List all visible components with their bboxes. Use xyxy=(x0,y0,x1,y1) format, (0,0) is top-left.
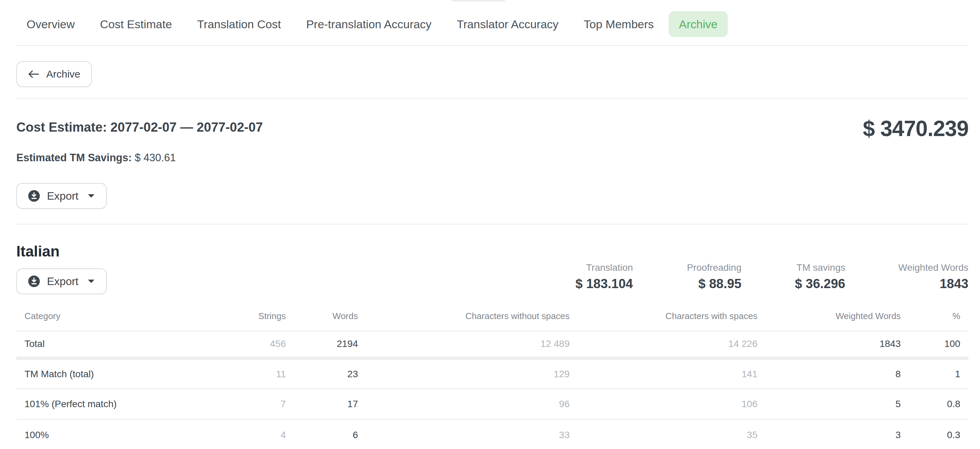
tab-pre-translation-accuracy[interactable]: Pre-translation Accuracy xyxy=(296,11,442,37)
cell-percent: 0.3 xyxy=(901,419,969,449)
col-characters-without-spaces: Characters without spaces xyxy=(358,302,570,331)
stat-label: Weighted Words xyxy=(845,262,969,274)
table-row-101-perfect-match: 101% (Perfect match) 7 17 96 106 5 0.8 xyxy=(16,389,969,419)
cell-characters-without-spaces: 12 489 xyxy=(358,331,570,358)
stat-label: TM savings xyxy=(741,262,845,274)
cell-strings: 4 xyxy=(191,419,286,449)
col-strings: Strings xyxy=(191,302,286,331)
export-button-label: Export xyxy=(47,190,78,202)
stat-tm-savings: TM savings $ 36.296 xyxy=(741,262,845,292)
cell-category: 101% (Perfect match) xyxy=(16,389,191,419)
section-divider xyxy=(16,224,969,224)
cell-characters-with-spaces: 106 xyxy=(570,389,757,419)
cell-category: Total xyxy=(16,331,191,358)
cell-category: 100% xyxy=(16,419,191,449)
cell-category: TM Match (total) xyxy=(16,358,191,389)
table-header-row: Category Strings Words Characters withou… xyxy=(16,302,969,331)
cell-weighted-words: 1843 xyxy=(757,331,901,358)
tab-translation-cost[interactable]: Translation Cost xyxy=(187,11,291,37)
stat-value: $ 36.296 xyxy=(741,276,845,292)
stat-label: Proofreading xyxy=(633,262,741,274)
back-button-label: Archive xyxy=(46,68,80,80)
stat-value: $ 88.95 xyxy=(633,276,741,292)
report-tabs: Overview Cost Estimate Translation Cost … xyxy=(16,11,969,37)
tm-savings-label: Estimated TM Savings: xyxy=(16,152,132,163)
back-to-archive-button[interactable]: Archive xyxy=(16,61,92,87)
stat-translation: Translation $ 183.104 xyxy=(544,262,633,292)
col-characters-with-spaces: Characters with spaces xyxy=(570,302,757,331)
cell-words: 6 xyxy=(286,419,358,449)
tm-savings-value: $ 430.61 xyxy=(135,152,176,163)
page-title: Cost Estimate: 2077-02-07 — 2077-02-07 xyxy=(16,119,263,135)
cell-percent: 0.8 xyxy=(901,389,969,419)
cell-words: 23 xyxy=(286,358,358,389)
cell-weighted-words: 5 xyxy=(757,389,901,419)
chevron-down-icon xyxy=(87,194,95,198)
export-button-summary[interactable]: Export xyxy=(16,183,107,209)
stat-proofreading: Proofreading $ 88.95 xyxy=(633,262,741,292)
stat-value: $ 183.104 xyxy=(544,276,633,292)
table-row-total: Total 456 2194 12 489 14 226 1843 100 xyxy=(16,331,969,358)
tab-archive[interactable]: Archive xyxy=(669,11,727,37)
language-stats: Translation $ 183.104 Proofreading $ 88.… xyxy=(544,262,969,292)
partially-visible-element-top xyxy=(452,0,505,2)
tab-overview[interactable]: Overview xyxy=(16,11,85,37)
col-category: Category xyxy=(16,302,191,331)
total-cost-value: $ 3470.239 xyxy=(863,119,969,138)
cell-words: 2194 xyxy=(286,331,358,358)
section-divider xyxy=(16,98,969,98)
export-button-italian[interactable]: Export xyxy=(16,268,107,294)
cost-estimate-table: Category Strings Words Characters withou… xyxy=(16,302,969,449)
stat-weighted-words: Weighted Words 1843 xyxy=(845,262,969,292)
tab-translator-accuracy[interactable]: Translator Accuracy xyxy=(447,11,569,37)
stat-value: 1843 xyxy=(845,276,969,292)
table-row-100: 100% 4 6 33 35 3 0.3 xyxy=(16,419,969,449)
cell-characters-without-spaces: 33 xyxy=(358,419,570,449)
cell-strings: 456 xyxy=(191,331,286,358)
tabs-divider xyxy=(16,45,969,46)
export-button-label: Export xyxy=(47,275,78,288)
cell-characters-with-spaces: 141 xyxy=(570,358,757,389)
cell-weighted-words: 8 xyxy=(757,358,901,389)
cell-characters-with-spaces: 14 226 xyxy=(570,331,757,358)
download-circle-icon xyxy=(28,190,40,202)
col-words: Words xyxy=(286,302,358,331)
cell-strings: 11 xyxy=(191,358,286,389)
tab-cost-estimate[interactable]: Cost Estimate xyxy=(90,11,182,37)
col-weighted-words: Weighted Words xyxy=(757,302,901,331)
chevron-down-icon xyxy=(87,279,95,284)
cell-percent: 1 xyxy=(901,358,969,389)
cell-strings: 7 xyxy=(191,389,286,419)
download-circle-icon xyxy=(28,275,40,287)
cell-characters-without-spaces: 96 xyxy=(358,389,570,419)
cell-percent: 100 xyxy=(901,331,969,358)
table-row-tm-match: TM Match (total) 11 23 129 141 8 1 xyxy=(16,358,969,389)
stat-label: Translation xyxy=(544,262,633,274)
col-percent: % xyxy=(901,302,969,331)
language-title: Italian xyxy=(16,243,60,260)
arrow-left-icon xyxy=(28,70,40,79)
cell-words: 17 xyxy=(286,389,358,419)
cell-weighted-words: 3 xyxy=(757,419,901,449)
cell-characters-without-spaces: 129 xyxy=(358,358,570,389)
tab-top-members[interactable]: Top Members xyxy=(573,11,664,37)
cell-characters-with-spaces: 35 xyxy=(570,419,757,449)
